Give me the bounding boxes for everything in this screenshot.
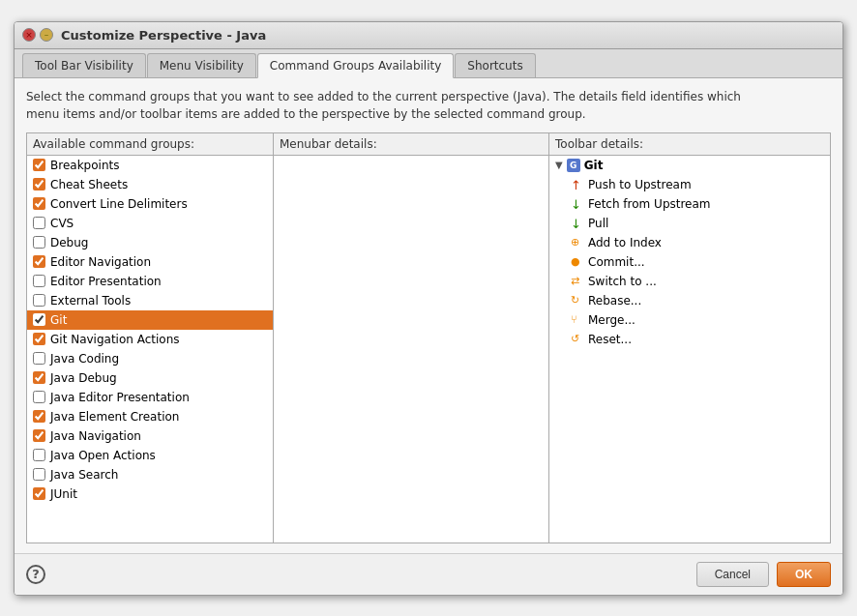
footer: ? Cancel OK [15,553,842,595]
item-label: Git [50,313,67,327]
tab-toolbar-visibility[interactable]: Tool Bar Visibility [22,53,146,77]
window-controls: × – [22,28,53,42]
list-item[interactable]: Debug [27,233,273,252]
help-button[interactable]: ? [26,565,45,584]
footer-buttons: Cancel OK [696,562,831,587]
merge-icon: ⑂ [571,313,584,327]
tab-command-groups[interactable]: Command Groups Availability [257,53,455,78]
convert-line-checkbox[interactable] [33,197,45,210]
tree-item-label: Rebase... [588,294,641,308]
tab-shortcuts[interactable]: Shortcuts [455,53,535,77]
git-nav-checkbox[interactable] [33,333,45,345]
debug-checkbox[interactable] [33,236,45,249]
list-item[interactable]: Editor Presentation [27,272,273,291]
tree-item-switch: ⇄ Switch to ... [549,272,830,291]
list-item[interactable]: Editor Navigation [27,252,273,272]
tree-item-commit: ● Commit... [549,252,830,272]
middle-panel-header: Menubar details: [274,133,548,156]
tree-item-rebase: ↻ Rebase... [549,291,830,310]
item-label: Editor Navigation [50,255,151,269]
item-label: Debug [50,236,88,249]
switch-icon: ⇄ [571,275,584,288]
list-item[interactable]: Java Debug [27,368,273,388]
tree-item-label: Fetch from Upstream [588,197,711,211]
item-label: Editor Presentation [50,275,162,288]
item-label: Java Navigation [50,429,141,443]
java-search-checkbox[interactable] [33,468,45,481]
item-label: Cheat Sheets [50,178,128,191]
java-coding-checkbox[interactable] [33,352,45,365]
list-item[interactable]: Convert Line Delimiters [27,194,273,214]
middle-panel: Menubar details: [274,133,549,543]
java-debug-checkbox[interactable] [33,371,45,384]
list-item[interactable]: Java Navigation [27,426,273,446]
tree-item-label: Merge... [588,313,635,327]
cheat-sheets-checkbox[interactable] [33,178,45,191]
tab-menu-visibility[interactable]: Menu Visibility [147,53,256,77]
window-title: Customize Perspective - Java [61,28,266,43]
add-to-index-icon: ⊕ [571,236,584,249]
item-label: Git Navigation Actions [50,333,180,346]
collapse-arrow-icon[interactable]: ▼ [555,160,563,170]
command-groups-list[interactable]: Breakpoints Cheat Sheets Convert Line De… [27,156,273,543]
tab-bar: Tool Bar Visibility Menu Visibility Comm… [15,49,842,78]
right-panel-header: Toolbar details: [549,133,830,156]
external-tools-checkbox[interactable] [33,294,45,307]
item-label: Convert Line Delimiters [50,197,188,211]
item-label: Java Search [50,468,118,482]
list-item[interactable]: Java Open Actions [27,446,273,465]
tree-item-label: Pull [588,217,608,230]
close-button[interactable]: × [22,28,36,42]
java-search-list-item[interactable]: Java Search [27,465,273,484]
list-item[interactable]: Breakpoints [27,156,273,175]
item-label: Breakpoints [50,159,119,172]
list-item[interactable]: Java Element Creation [27,407,273,426]
java-editor-pres-checkbox[interactable] [33,391,45,403]
list-item[interactable]: CVS [27,214,273,233]
git-list-item[interactable]: Git [27,310,273,330]
push-upstream-icon: ↑ [571,178,584,191]
right-panel: Toolbar details: ▼ G Git ↑ Push to Upstr… [549,133,830,543]
java-open-checkbox[interactable] [33,449,45,461]
item-label: JUnit [50,487,77,501]
list-item[interactable]: Java Coding [27,349,273,368]
breakpoints-checkbox[interactable] [33,159,45,171]
java-element-checkbox[interactable] [33,410,45,423]
dialog-window: × – Customize Perspective - Java Tool Ba… [14,21,843,596]
list-item[interactable]: Git Navigation Actions [27,330,273,349]
list-item[interactable]: Java Editor Presentation [27,388,273,407]
toolbar-details: ▼ G Git ↑ Push to Upstream ↓ Fetch from … [549,156,830,543]
git-checkbox[interactable] [33,313,45,326]
list-item[interactable]: External Tools [27,291,273,310]
fetch-upstream-icon: ↓ [571,197,584,211]
list-item[interactable]: JUnit [27,484,273,504]
editor-pres-checkbox[interactable] [33,275,45,287]
cvs-checkbox[interactable] [33,217,45,229]
git-folder-icon: G [567,159,580,172]
minimize-button[interactable]: – [40,28,53,42]
tree-item-label: Push to Upstream [588,178,692,191]
java-nav-checkbox[interactable] [33,429,45,442]
tree-item-add: ⊕ Add to Index [549,233,830,252]
rebase-icon: ↻ [571,294,584,308]
title-bar: × – Customize Perspective - Java [15,22,842,49]
description-text: Select the command groups that you want … [26,88,831,123]
tree-item-label: Commit... [588,255,645,269]
tree-item-push: ↑ Push to Upstream [549,175,830,194]
junit-checkbox[interactable] [33,487,45,500]
item-label: Java Element Creation [50,410,179,424]
left-panel: Available command groups: Breakpoints Ch… [27,133,274,543]
tree-root-git: ▼ G Git [549,156,830,175]
reset-icon: ↺ [571,333,584,346]
tree-item-label: Switch to ... [588,275,657,288]
ok-button[interactable]: OK [777,562,831,587]
tree-item-label: Reset... [588,333,632,346]
list-item[interactable]: Cheat Sheets [27,175,273,194]
panels-container: Available command groups: Breakpoints Ch… [26,132,831,543]
item-label: Java Open Actions [50,449,156,462]
tree-item-pull: ↓ Pull [549,214,830,233]
editor-nav-checkbox[interactable] [33,255,45,268]
item-label: Java Editor Presentation [50,391,190,404]
item-label: Java Coding [50,352,119,366]
cancel-button[interactable]: Cancel [696,562,769,587]
